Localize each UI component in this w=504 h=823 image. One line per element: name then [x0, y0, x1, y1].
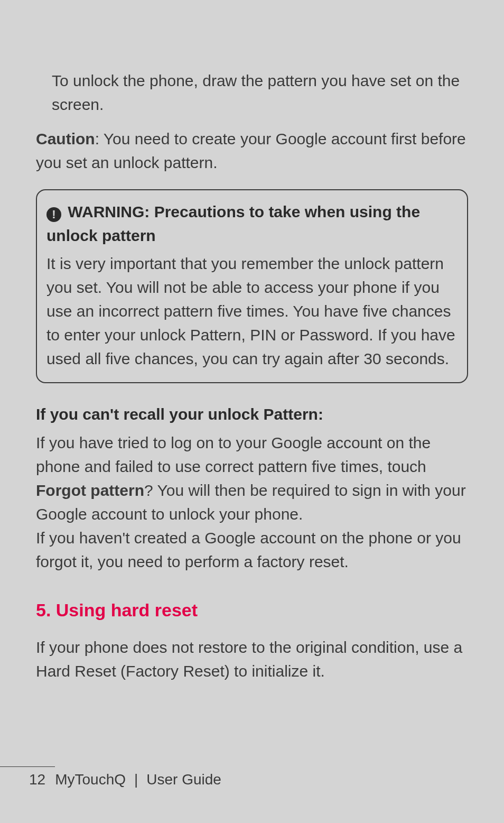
- page-number: 12: [29, 771, 45, 788]
- footer-product: MyTouchQ: [55, 771, 126, 788]
- recall-heading: If you can't recall your unlock Pattern:: [36, 405, 468, 423]
- warning-icon: !: [46, 207, 61, 222]
- warning-callout: ! WARNING: Precautions to take when usin…: [36, 189, 468, 383]
- warning-title-prefix: WARNING: [68, 203, 144, 220]
- footer-rule: [0, 766, 55, 767]
- caution-body: : You need to create your Google account…: [36, 130, 466, 171]
- recall-section: If you can't recall your unlock Pattern:…: [36, 405, 468, 574]
- forgot-pattern-label: Forgot pattern: [36, 482, 144, 499]
- intro-paragraph: To unlock the phone, draw the pattern yo…: [52, 69, 468, 116]
- warning-body: It is very important that you remember t…: [46, 252, 458, 371]
- recall-paragraph-2: If you haven't created a Google account …: [36, 526, 468, 574]
- page-footer: 12 MyTouchQ | User Guide: [29, 771, 221, 788]
- caution-label: Caution: [36, 130, 95, 147]
- recall-para1-a: If you have tried to log on to your Goog…: [36, 434, 431, 475]
- footer-divider: |: [134, 771, 138, 788]
- section-5-body: If your phone does not restore to the or…: [36, 635, 468, 683]
- section-5-heading: 5. Using hard reset: [36, 600, 468, 621]
- footer-doc-title: User Guide: [146, 771, 221, 788]
- recall-paragraph-1: If you have tried to log on to your Goog…: [36, 431, 468, 526]
- caution-paragraph: Caution: You need to create your Google …: [36, 127, 468, 174]
- warning-title: ! WARNING: Precautions to take when usin…: [46, 200, 458, 247]
- section-5: 5. Using hard reset If your phone does n…: [36, 600, 468, 683]
